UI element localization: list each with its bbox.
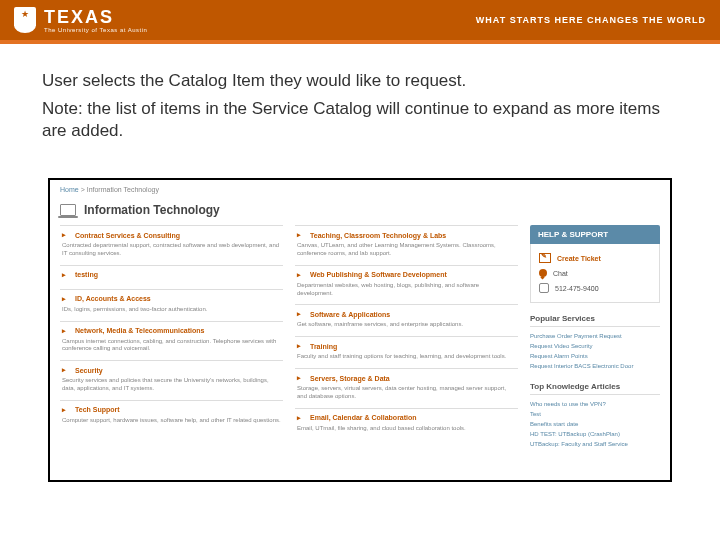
catalog-title-row: Information Technology xyxy=(50,199,670,225)
tile-title: Software & Applications xyxy=(310,311,390,318)
side-link[interactable]: Purchase Order Payment Request xyxy=(530,331,660,341)
tile-title: Servers, Storage & Data xyxy=(310,375,390,382)
catalog-column-left: ▸Contract Services & ConsultingContracte… xyxy=(60,225,283,449)
side-link[interactable]: Who needs to use the VPN? xyxy=(530,399,660,409)
tile-desc: IDs, logins, permissions, and two-factor… xyxy=(62,306,281,314)
tile-icon: ▸ xyxy=(62,231,70,239)
tile-desc: Computer support, hardware issues, softw… xyxy=(62,417,281,425)
tile-icon: ▸ xyxy=(297,310,305,318)
catalog-tile[interactable]: ▸ID, Accounts & AccessIDs, logins, permi… xyxy=(60,289,283,321)
catalog-tile[interactable]: ▸Email, Calendar & CollaborationEmail, U… xyxy=(295,408,518,440)
tile-title: Teaching, Classroom Technology & Labs xyxy=(310,232,446,239)
kb-header: Top Knowledge Articles xyxy=(530,379,660,395)
catalog-tile[interactable]: ▸TrainingFaculty and staff training opti… xyxy=(295,336,518,368)
side-link[interactable]: Request Video Security xyxy=(530,341,660,351)
breadcrumb: Home > Information Technology xyxy=(50,180,670,199)
tile-desc: Security services and policies that secu… xyxy=(62,377,281,393)
side-link[interactable]: Benefits start date xyxy=(530,419,660,429)
tile-desc: Contracted departmental support, contrac… xyxy=(62,242,281,258)
tile-desc: Campus internet connections, cabling, an… xyxy=(62,338,281,354)
catalog-title: Information Technology xyxy=(84,203,220,217)
phone-row: 512-475-9400 xyxy=(539,280,651,296)
catalog-tile[interactable]: ▸Contract Services & ConsultingContracte… xyxy=(60,225,283,265)
tile-icon: ▸ xyxy=(297,374,305,382)
tile-title: ID, Accounts & Access xyxy=(75,295,151,302)
tile-desc: Email, UTmail, file sharing, and cloud b… xyxy=(297,425,516,433)
tile-title: Network, Media & Telecommunications xyxy=(75,327,204,334)
tile-desc: Faculty and staff training options for t… xyxy=(297,353,516,361)
tile-title: Tech Support xyxy=(75,406,120,413)
tile-icon: ▸ xyxy=(62,295,70,303)
tile-icon: ▸ xyxy=(62,327,70,335)
chat-link[interactable]: Chat xyxy=(539,266,651,280)
catalog-tile[interactable]: ▸Servers, Storage & DataStorage, servers… xyxy=(295,368,518,408)
tile-icon: ▸ xyxy=(297,342,305,350)
tile-title: Training xyxy=(310,343,337,350)
catalog-tile[interactable]: ▸testing xyxy=(60,265,283,289)
brand-header: TEXAS The University of Texas at Austin … xyxy=(0,0,720,40)
catalog-screenshot: Home > Information Technology Informatio… xyxy=(48,178,672,482)
brand-name: TEXAS xyxy=(44,7,114,27)
chat-label: Chat xyxy=(553,270,568,277)
help-header: HELP & SUPPORT xyxy=(530,225,660,244)
breadcrumb-sep: > xyxy=(81,186,85,193)
breadcrumb-home[interactable]: Home xyxy=(60,186,79,193)
tile-icon: ▸ xyxy=(62,406,70,414)
catalog-tile[interactable]: ▸Tech SupportComputer support, hardware … xyxy=(60,400,283,432)
logo: TEXAS The University of Texas at Austin xyxy=(14,7,147,33)
tile-icon: ▸ xyxy=(297,414,305,422)
tile-desc: Storage, servers, virtual servers, data … xyxy=(297,385,516,401)
sidebar: HELP & SUPPORT Create Ticket Chat 512-47… xyxy=(530,225,660,449)
tile-icon: ▸ xyxy=(297,271,305,279)
laptop-icon xyxy=(60,204,76,216)
breadcrumb-current: Information Technology xyxy=(87,186,159,193)
ticket-icon xyxy=(539,253,551,263)
tile-title: Contract Services & Consulting xyxy=(75,232,180,239)
help-box: Create Ticket Chat 512-475-9400 xyxy=(530,244,660,303)
side-link[interactable]: Request Alarm Points xyxy=(530,351,660,361)
tile-icon: ▸ xyxy=(62,366,70,374)
kb-list: Who needs to use the VPN?TestBenefits st… xyxy=(530,399,660,449)
side-link[interactable]: HD TEST: UTBackup (CrashPlan) xyxy=(530,429,660,439)
side-link[interactable]: UTBackup: Faculty and Staff Service xyxy=(530,439,660,449)
tagline: WHAT STARTS HERE CHANGES THE WORLD xyxy=(476,15,706,25)
note-text: Note: the list of items in the Service C… xyxy=(42,98,678,142)
create-ticket-label: Create Ticket xyxy=(557,255,601,262)
tile-icon: ▸ xyxy=(62,271,70,279)
tile-desc: Departmental websites, web hosting, blog… xyxy=(297,282,516,298)
tile-title: Security xyxy=(75,367,103,374)
popular-list: Purchase Order Payment RequestRequest Vi… xyxy=(530,331,660,371)
catalog-tile[interactable]: ▸Teaching, Classroom Technology & LabsCa… xyxy=(295,225,518,265)
phone-number: 512-475-9400 xyxy=(555,285,599,292)
catalog-tile[interactable]: ▸SecuritySecurity services and policies … xyxy=(60,360,283,400)
tile-title: testing xyxy=(75,271,98,278)
phone-icon xyxy=(539,283,549,293)
shield-icon xyxy=(14,7,36,33)
instruction-text: User selects the Catalog Item they would… xyxy=(42,70,678,92)
brand-subtitle: The University of Texas at Austin xyxy=(44,27,147,33)
side-link[interactable]: Test xyxy=(530,409,660,419)
tile-icon: ▸ xyxy=(297,231,305,239)
tile-desc: Canvas, UTLearn, and other Learning Mana… xyxy=(297,242,516,258)
tile-desc: Get software, mainframe services, and en… xyxy=(297,321,516,329)
catalog-tile[interactable]: ▸Software & ApplicationsGet software, ma… xyxy=(295,304,518,336)
chat-icon xyxy=(539,269,547,277)
tile-title: Email, Calendar & Collaboration xyxy=(310,414,417,421)
tile-title: Web Publishing & Software Development xyxy=(310,271,447,278)
create-ticket-link[interactable]: Create Ticket xyxy=(539,250,651,266)
popular-header: Popular Services xyxy=(530,311,660,327)
side-link[interactable]: Request Interior BACS Electronic Door xyxy=(530,361,660,371)
catalog-column-right: ▸Teaching, Classroom Technology & LabsCa… xyxy=(295,225,518,449)
catalog-tile[interactable]: ▸Web Publishing & Software DevelopmentDe… xyxy=(295,265,518,305)
catalog-tile[interactable]: ▸Network, Media & TelecommunicationsCamp… xyxy=(60,321,283,361)
